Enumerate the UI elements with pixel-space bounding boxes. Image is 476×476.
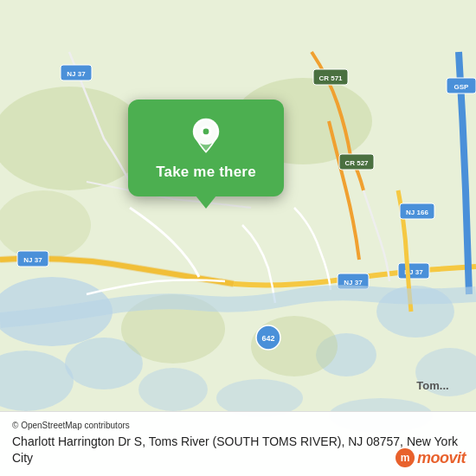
svg-text:642: 642 — [261, 334, 274, 343]
svg-point-1 — [0, 351, 74, 411]
svg-point-35 — [203, 129, 209, 135]
moovit-logo: m moovit — [396, 448, 466, 467]
moovit-icon: m — [396, 448, 415, 467]
map-container: NJ 37 NJ 37 NJ 37 CR 571 CR 527 642 NJ 1… — [0, 0, 476, 476]
svg-text:Tom...: Tom... — [416, 379, 448, 392]
moovit-text: moovit — [417, 449, 466, 467]
svg-text:NJ 166: NJ 166 — [406, 209, 428, 216]
take-me-there-button[interactable]: Take me there — [156, 164, 256, 181]
svg-text:NJ 37: NJ 37 — [67, 70, 86, 78]
svg-point-3 — [138, 368, 208, 411]
svg-point-13 — [0, 190, 91, 260]
osm-attribution: © OpenStreetMap contributors — [12, 421, 464, 430]
location-pin-icon — [187, 117, 225, 155]
svg-text:CR 527: CR 527 — [344, 159, 369, 167]
svg-text:GSP: GSP — [454, 83, 470, 91]
popup-card[interactable]: Take me there — [128, 100, 284, 196]
svg-text:NJ 37: NJ 37 — [23, 256, 42, 264]
svg-text:CR 571: CR 571 — [318, 74, 343, 82]
map-svg: NJ 37 NJ 37 NJ 37 CR 571 CR 527 642 NJ 1… — [0, 0, 476, 476]
